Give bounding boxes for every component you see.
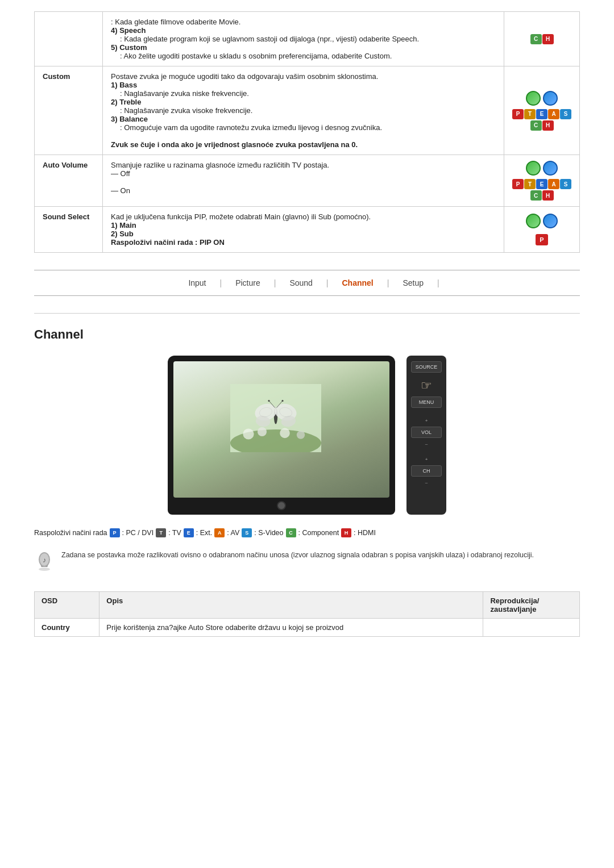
badge-c2: C <box>530 120 542 131</box>
note-text: Zadana se postavka može razlikovati ovis… <box>61 551 534 559</box>
circles-row <box>526 91 558 106</box>
line4-bold: 5) Custom <box>111 43 147 52</box>
badge-p: P <box>512 109 524 119</box>
avail-component: : Component <box>298 529 339 537</box>
svg-point-5 <box>297 431 305 439</box>
circles-row-4 <box>526 214 558 228</box>
divider <box>34 313 580 314</box>
svg-point-17 <box>39 567 50 571</box>
badge-c3: C <box>530 190 542 201</box>
badge-s-avail: S <box>242 528 252 537</box>
badge-s3: S <box>560 179 571 189</box>
avail-ext: : Ext. <box>196 529 212 537</box>
balance-desc: : Omogućuje vam da ugodite ravnotežu zvu… <box>120 123 382 132</box>
avail-svideo: : S-Video <box>254 529 283 537</box>
table-row: Sound Select Kad je uključena funkcija P… <box>35 207 580 253</box>
table-row: Custom Postave zvuka je moguće ugoditi t… <box>35 66 580 155</box>
note-box: ♪ Zadana se postavka može razlikovati ov… <box>34 546 580 580</box>
badge-e: E <box>536 109 547 119</box>
circle5 <box>526 214 541 228</box>
nav-item-input[interactable]: Input <box>175 276 219 290</box>
nav-item-setup[interactable]: Setup <box>389 276 437 290</box>
channel-section: Channel <box>34 327 580 637</box>
remote-ch-label: CH <box>411 465 442 477</box>
butterfly-image <box>230 384 321 452</box>
col-opis: Opis <box>99 592 483 619</box>
nav-item-channel[interactable]: Channel <box>329 276 387 290</box>
badge-p3: P <box>512 179 524 189</box>
table-header-row: OSD Opis Reprodukcija/zaustavljanje <box>35 592 580 619</box>
note-icon: ♪ <box>34 551 55 575</box>
pteas-ch-badge: P T E A S C H <box>512 91 571 131</box>
country-desc: Prije korištenja zna?ajke Auto Store oda… <box>99 619 483 637</box>
note-svg-icon: ♪ <box>34 551 55 571</box>
soundsel-main: 1) Main <box>111 221 136 229</box>
autovol-off: — Off <box>111 169 130 178</box>
row-content-soundsel: Kad je uključena funkcija PIP, možete od… <box>103 207 504 253</box>
line3: : Kada gledate program koji se uglavnom … <box>120 35 419 43</box>
badge-t-avail: T <box>156 528 166 537</box>
nav-item-sound[interactable]: Sound <box>276 276 326 290</box>
osd-country: Country <box>35 619 99 637</box>
remote-vol-label: VOL <box>411 427 442 438</box>
remote-menu-btn: MENU <box>411 397 442 408</box>
badge-s: S <box>560 109 571 119</box>
circles-row-3 <box>526 161 558 176</box>
custom-note: Zvuk se čuje i onda ako je vrijednost gl… <box>111 140 358 149</box>
ch-minus: – <box>425 480 428 485</box>
row-content-autovol: Smanjuje razlike u razinama glasnoće izm… <box>103 155 504 207</box>
top-info-table: : Kada gledate filmove odaberite Movie. … <box>34 11 580 253</box>
tv-display <box>168 356 395 515</box>
badge-e-avail: E <box>184 528 194 537</box>
table-row: Auto Volume Smanjuje razlike u razinama … <box>35 155 580 207</box>
svg-point-16 <box>281 400 283 402</box>
row-content: : Kada gledate filmove odaberite Movie. … <box>103 12 504 66</box>
treble-label: 2) Treble <box>111 98 141 106</box>
availability-row: Raspoloživi načini rada P : PC / DVI T :… <box>34 528 580 537</box>
ch-row-2: C H <box>530 120 554 131</box>
row-label-autovol: Auto Volume <box>35 155 103 207</box>
circle3 <box>526 161 541 176</box>
country-repro <box>483 619 580 637</box>
custom-intro: Postave zvuka je moguće ugoditi tako da … <box>111 72 378 81</box>
row-content-custom: Postave zvuka je moguće ugoditi tako da … <box>103 66 504 155</box>
vol-label: + <box>425 418 428 423</box>
line1: : Kada gledate filmove odaberite Movie. <box>111 18 240 26</box>
avail-label: Raspoloživi načini rada <box>34 529 107 537</box>
table-row: : Kada gledate filmove odaberite Movie. … <box>35 12 580 66</box>
soundsel-badge: P <box>526 214 558 245</box>
svg-point-3 <box>258 427 267 436</box>
tv-screen-inner <box>173 361 389 498</box>
avail-pc: : PC / DVI <box>122 529 154 537</box>
line5: : Ako želite ugoditi postavke u skladu s… <box>120 52 392 60</box>
autovol-on: — On <box>111 186 130 195</box>
line2-bold: 4) Speech <box>111 26 146 35</box>
circle2 <box>543 91 558 106</box>
tv-bottom <box>173 501 389 510</box>
icon-cell-soundsel: P <box>504 207 580 253</box>
icon-cell-autovol: P T E A S C H <box>504 155 580 207</box>
soundsel-sub: 2) Sub <box>111 229 134 238</box>
soundsel-avail: Raspoloživi načini rada : PIP ON <box>111 238 225 247</box>
badge-h-avail: H <box>341 528 351 537</box>
badge-h: H <box>542 34 554 44</box>
col-osd: OSD <box>35 592 99 619</box>
hand-icon: ☞ <box>421 378 432 393</box>
badge-c-avail: C <box>286 528 296 537</box>
icon-cell-ch: C H <box>504 12 580 66</box>
badge-a: A <box>548 109 559 119</box>
row-label-soundsel: Sound Select <box>35 207 103 253</box>
soundsel-desc: Kad je uključena funkcija PIP, možete od… <box>111 212 371 221</box>
badge-p4: P <box>536 234 548 245</box>
nav-item-picture[interactable]: Picture <box>222 276 274 290</box>
pteas-row: P T E A S <box>512 109 571 119</box>
row-label-empty <box>35 12 103 66</box>
circle1 <box>526 91 541 106</box>
bass-label: 1) Bass <box>111 81 137 89</box>
icon-cell-pteas-ch: P T E A S C H <box>504 66 580 155</box>
tv-container: SOURCE ☞ MENU + VOL – + CH – <box>34 356 580 515</box>
ch-row-3: C H <box>530 190 554 201</box>
navigation-bar: Input | Picture | Sound | Channel | Setu… <box>34 270 580 296</box>
balance-label: 3) Balance <box>111 115 148 123</box>
remote-panel: SOURCE ☞ MENU + VOL – + CH – <box>406 356 446 515</box>
